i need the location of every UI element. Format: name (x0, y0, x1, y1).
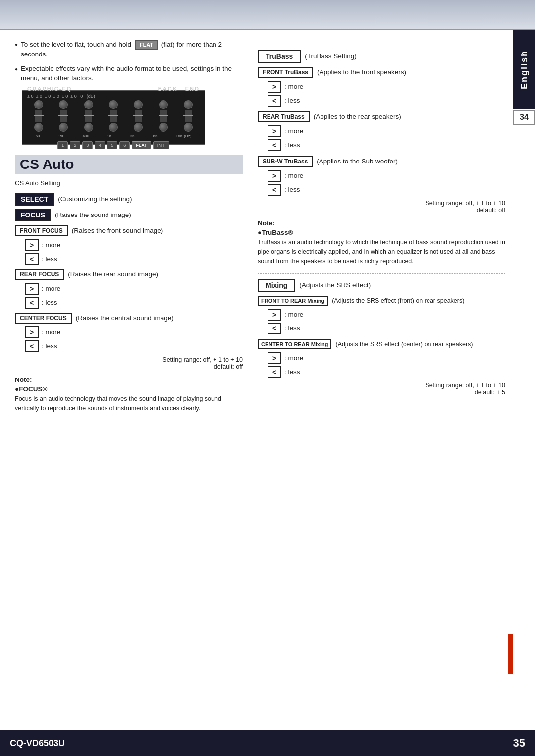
select-desc: (Customizing the setting) (58, 195, 132, 204)
main-content: To set the level to flat, touch and hold… (15, 30, 505, 730)
rear-focus-more-btn[interactable]: > (25, 283, 39, 295)
cs-auto-title: CS Auto (15, 155, 243, 174)
eq-freq-6k: 6K (153, 134, 158, 138)
eq-btn-6[interactable]: 6 (119, 141, 130, 149)
eq-slider-2 (59, 100, 68, 132)
rear-focus-more-label: : more (42, 284, 60, 294)
eq-slider-3 (84, 100, 93, 132)
eq-knob-4b (109, 123, 118, 132)
front-trubass-less-btn[interactable]: < (268, 95, 281, 107)
eq-knob-3b (84, 123, 93, 132)
rear-focus-less-label: : less (42, 298, 57, 308)
cs-auto-subtitle: CS Auto Setting (15, 179, 243, 187)
center-to-rear-less-btn[interactable]: < (268, 366, 281, 378)
focus-note-text: Focus is an audio technology that moves … (15, 394, 243, 413)
eq-freq-labels: 60 150 400 1K 3K 6K 16K (Hz) (25, 134, 202, 138)
page-number: 35 (513, 737, 525, 750)
subw-trubass-less-btn[interactable]: < (268, 184, 281, 196)
eq-knob-1 (34, 100, 43, 109)
eq-slider-handle-4 (108, 115, 118, 116)
eq-slider-handle-1 (34, 115, 44, 116)
front-trubass-less-row: < : less (268, 95, 505, 107)
rear-trubass-more-label: : more (284, 127, 303, 136)
front-to-rear-more-btn[interactable]: > (268, 309, 281, 321)
eq-title: GRAPHIC-EQ BACK END (25, 86, 202, 92)
rear-trubass-less-label: : less (284, 141, 300, 150)
select-row: SELECT (Customizing the setting) (15, 193, 243, 206)
eq-btn-3[interactable]: 3 (82, 141, 93, 149)
eq-btn-init[interactable]: INIT (153, 141, 169, 149)
front-focus-less-btn[interactable]: < (25, 253, 39, 265)
center-focus-label: CENTER FOCUS (15, 313, 72, 324)
eq-knob-7b (184, 123, 193, 132)
eq-knob-3 (84, 100, 93, 109)
rear-trubass-label: REAR TruBass (258, 111, 310, 122)
eq-slider-track-7 (185, 110, 192, 122)
focus-note: Note: ●FOCUS® Focus is an audio technolo… (15, 376, 243, 413)
subw-trubass-label: SUB-W TruBass (258, 156, 313, 167)
front-to-rear-less-btn[interactable]: < (268, 323, 281, 334)
trubass-title-row: TruBass (TruBass Setting) (258, 50, 505, 63)
eq-btn-5[interactable]: 5 (107, 141, 117, 149)
rear-focus-less-btn[interactable]: < (25, 297, 39, 309)
eq-knob-5 (134, 100, 143, 109)
select-button[interactable]: SELECT (15, 193, 54, 206)
eq-freq-400: 400 (83, 134, 89, 138)
rear-trubass-more-btn[interactable]: > (268, 125, 281, 137)
front-trubass-more-label: : more (284, 82, 303, 92)
subw-trubass-more-btn[interactable]: > (268, 170, 281, 182)
subw-trubass-row: SUB-W TruBass (Applies to the Sub-woofer… (258, 156, 505, 167)
right-accent (508, 634, 513, 674)
eq-slider-handle-2 (58, 115, 68, 116)
eq-slider-handle-3 (84, 115, 94, 116)
front-focus-less-label: : less (42, 255, 57, 264)
center-to-rear-less-label: : less (284, 368, 300, 377)
eq-freq-16k: 16K (Hz) (176, 134, 192, 138)
center-focus-more-row: > : more (25, 326, 243, 338)
top-bar (0, 0, 535, 30)
eq-btn-2[interactable]: 2 (70, 141, 80, 149)
eq-freq-1k: 1K (107, 134, 112, 138)
center-focus-row: CENTER FOCUS (Raises the central sound i… (15, 313, 243, 324)
eq-button-row: 1 2 3 4 5 6 FLAT INIT (57, 141, 169, 149)
eq-knob-2 (59, 100, 68, 109)
eq-image: GRAPHIC-EQ BACK END ± 0 ± 0 ± 0 ± 0 ± 0 … (22, 90, 205, 145)
front-trubass-more-btn[interactable]: > (268, 81, 281, 93)
front-focus-more-btn[interactable]: > (25, 239, 39, 251)
front-trubass-row: FRONT TruBass (Applies to the front spea… (258, 67, 505, 78)
center-focus-more-btn[interactable]: > (25, 326, 39, 338)
rear-focus-label: REAR FOCUS (15, 269, 64, 280)
eq-knob-2b (59, 123, 68, 132)
eq-slider-4 (109, 100, 118, 132)
rear-trubass-less-btn[interactable]: < (268, 139, 281, 151)
eq-slider-track-4 (110, 110, 117, 122)
center-to-rear-mixing-row: CENTER TO REAR Mixing (Adjusts the SRS e… (258, 339, 505, 349)
bullet-effects: Expectable effects vary with the audio f… (15, 64, 243, 83)
front-to-rear-more-label: : more (284, 310, 303, 320)
focus-button[interactable]: FOCUS (15, 209, 51, 221)
front-focus-more-label: : more (42, 241, 60, 250)
eq-btn-flat[interactable]: FLAT (132, 141, 151, 149)
eq-btn-1[interactable]: 1 (57, 141, 68, 149)
eq-knob-6b (159, 123, 168, 132)
mixing-title-label: Mixing (258, 279, 295, 292)
subw-trubass-more-label: : more (284, 171, 303, 181)
eq-slider-track-3 (85, 110, 92, 122)
eq-btn-4[interactable]: 4 (95, 141, 105, 149)
center-to-rear-more-btn[interactable]: > (268, 352, 281, 364)
eq-slider-handle-5 (133, 115, 143, 116)
eq-back-end: BACK END (158, 86, 200, 92)
bullet-effects-text: Expectable effects vary with the audio f… (21, 64, 243, 83)
center-to-rear-more-row: > : more (268, 352, 505, 364)
center-to-rear-mixing-desc: (Adjusts the SRS effect (center) on rear… (335, 340, 473, 349)
eq-slider-handle-7 (183, 115, 193, 116)
eq-scale: ± 0 ± 0 ± 0 ± 0 ± 0 ± 0 0 (dB) (25, 94, 202, 99)
right-column: TruBass (TruBass Setting) FRONT TruBass … (258, 30, 505, 400)
trubass-note-title: Note: (258, 219, 505, 227)
trubass-note-text: TruBass is an audio technology to which … (258, 238, 505, 266)
front-trubass-more-row: > : more (268, 81, 505, 93)
center-focus-less-btn[interactable]: < (25, 340, 39, 352)
front-focus-more-row: > : more (25, 239, 243, 251)
eq-title-text: GRAPHIC-EQ (27, 86, 72, 92)
eq-slider-7 (184, 100, 193, 132)
